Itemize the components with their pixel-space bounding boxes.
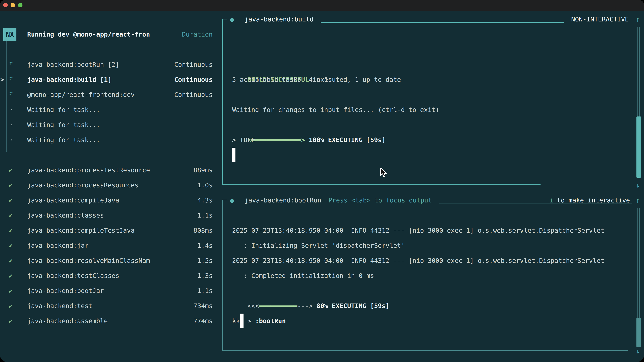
sidebar-title: Running dev @mono-app/react-fron	[27, 27, 150, 42]
task-status: Continuous	[174, 87, 213, 102]
check-icon: ✔	[9, 193, 12, 208]
window-titlebar	[0, 0, 644, 11]
task-row[interactable]: java-backend:testClasses	[27, 268, 119, 283]
spinner-icon: ⠋	[9, 72, 14, 87]
close-button-icon[interactable]	[3, 3, 8, 7]
task-duration: 889ms	[194, 163, 213, 178]
check-icon: ✔	[9, 313, 12, 329]
check-icon: ✔	[9, 163, 12, 178]
task-row[interactable]: Waiting for task...	[27, 132, 100, 147]
task-duration: 4.3s	[197, 193, 213, 208]
build-panel-border-stub	[222, 19, 228, 19]
bootrun-progress-line: <<<══════════---> 80% EXECUTING [59s]	[232, 283, 390, 298]
task-row[interactable]: java-backend:processResources	[27, 178, 138, 193]
bootrun-panel-title[interactable]: java-backend:bootRun	[244, 193, 321, 208]
duration-column-header: Duration	[182, 27, 213, 42]
task-duration: 1.4s	[197, 238, 213, 253]
task-row[interactable]: @mono-app/react-frontend:dev	[27, 87, 135, 102]
task-row[interactable]: java-backend:test	[27, 298, 92, 313]
check-icon: ✔	[9, 208, 12, 223]
scrollbar-track[interactable]	[639, 208, 640, 318]
task-duration: 1.5s	[197, 253, 213, 268]
build-panel-bullet-icon: ●	[230, 12, 234, 27]
check-icon: ✔	[9, 298, 12, 313]
task-row[interactable]: Waiting for task...	[27, 102, 100, 117]
scrollbar-thumb[interactable]	[636, 116, 641, 178]
build-panel-border-left	[222, 19, 223, 185]
keyboard-hints: quit: q help: ?	[136, 344, 213, 359]
build-panel-title-rule	[321, 22, 564, 23]
terminal-window: NX Running dev @mono-app/react-fron Dura…	[0, 0, 644, 362]
interactive-hint: i to make interactive	[534, 178, 630, 193]
check-icon: ✔	[9, 283, 12, 298]
spinner-icon: ⠋	[9, 57, 14, 72]
task-row[interactable]: java-backend:bootJar	[27, 283, 104, 298]
build-panel-border-bottom	[222, 184, 540, 185]
prompt-task-name: :bootRun	[255, 317, 286, 325]
scroll-up-icon[interactable]: ↑	[636, 193, 640, 208]
non-interactive-badge: NON-INTERACTIVE	[571, 12, 629, 27]
check-icon: ✔	[9, 253, 12, 268]
task-row[interactable]: java-backend:bootRun [2]	[27, 57, 119, 72]
check-icon: ✔	[9, 178, 12, 193]
build-progress-label: 100% EXECUTING [59s]	[305, 136, 386, 144]
maximize-button-icon[interactable]	[18, 3, 22, 7]
task-status: Continuous	[174, 72, 213, 87]
task-row[interactable]: Waiting for task...	[27, 117, 100, 132]
check-icon: ✔	[9, 268, 12, 283]
bootrun-progress-label: 80% EXECUTING [59s]	[312, 302, 390, 310]
task-duration: 1.1s	[197, 283, 213, 298]
build-progress-line: <═════════════> 100% EXECUTING [59s]	[232, 117, 386, 132]
nx-logo: NX	[3, 28, 16, 41]
task-duration: 1.3s	[197, 268, 213, 283]
mouse-pointer-icon	[379, 168, 390, 178]
terminal-input-text[interactable]: kk	[232, 313, 240, 329]
prompt-prefix: >	[248, 317, 255, 325]
minimize-button-icon[interactable]	[10, 3, 15, 7]
task-row[interactable]: java-backend:compileTestJava	[27, 223, 135, 238]
spinner-icon: ⠋	[9, 87, 14, 102]
waiting-changes-line: Waiting for changes to input files... (c…	[232, 102, 439, 117]
check-icon: ✔	[9, 223, 12, 238]
scrollbar-thumb[interactable]	[636, 318, 641, 347]
log-line: 2025-07-23T13:40:18.950-04:00 INFO 44312…	[232, 253, 604, 268]
task-status: Continuous	[174, 57, 213, 72]
build-panel-title[interactable]: java-backend:build	[244, 12, 314, 27]
task-row[interactable]: java-backend:processTestResource	[27, 163, 150, 178]
log-line: : Initializing Servlet 'dispatcherServle…	[232, 238, 405, 253]
bootrun-terminal-cursor	[240, 314, 244, 328]
scroll-down-icon[interactable]: ↓	[636, 344, 640, 359]
scroll-down-icon[interactable]: ↓	[636, 178, 640, 193]
waiting-dot-icon: ·	[10, 117, 13, 132]
task-duration: 1.1s	[197, 208, 213, 223]
waiting-dot-icon: ·	[10, 132, 13, 147]
bootrun-panel-title-rule	[440, 203, 632, 203]
pagination: ← 1/2 →	[6, 344, 48, 359]
task-row[interactable]: java-backend:jar	[27, 238, 88, 253]
task-tree-line	[6, 41, 7, 152]
task-duration: 1.0s	[197, 178, 213, 193]
task-row-selected[interactable]: java-backend:build [1]	[27, 72, 112, 87]
log-line: : Completed initialization in 0 ms	[232, 268, 374, 283]
bootrun-panel-bullet-icon: ●	[230, 193, 234, 208]
task-row[interactable]: java-backend:classes	[27, 208, 104, 223]
bootrun-progress-tail: --->	[297, 302, 313, 310]
task-row[interactable]: java-backend:compileJava	[27, 193, 119, 208]
bootrun-panel-border-stub	[222, 200, 228, 200]
task-row[interactable]: java-backend:assemble	[27, 313, 108, 329]
scrollbar-track[interactable]	[638, 208, 638, 318]
bootrun-panel-border-bottom	[222, 350, 628, 351]
task-row[interactable]: java-backend:resolveMainClassNam	[27, 253, 150, 268]
check-icon: ✔	[9, 238, 12, 253]
waiting-dot-icon: ·	[10, 102, 13, 117]
focus-output-hint[interactable]: Press <tab> to focus output	[328, 193, 432, 208]
build-terminal-cursor	[232, 148, 236, 162]
bootrun-prompt-line: > :bootRun	[232, 298, 286, 313]
idle-line: > IDLE	[232, 132, 255, 147]
actionable-tasks-line: 5 actionable tasks: 4 executed, 1 up-to-…	[232, 72, 401, 87]
build-success-line: BUILD SUCCESSFUL in 1s	[232, 57, 332, 72]
bootrun-panel-border-left	[222, 200, 223, 351]
task-duration: 808ms	[194, 223, 213, 238]
task-duration: 734ms	[194, 298, 213, 313]
scroll-up-icon[interactable]: ↑	[636, 12, 640, 27]
